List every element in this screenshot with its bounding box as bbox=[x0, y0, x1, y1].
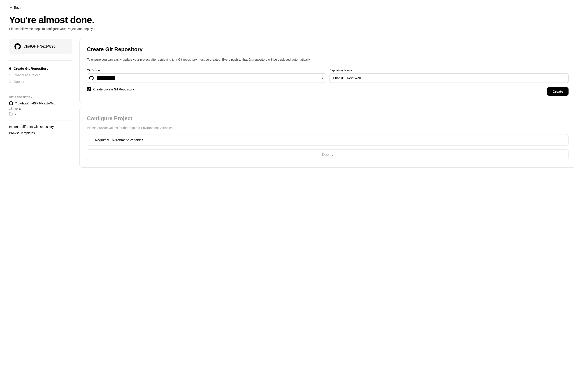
private-repo-label: Create private Git Repository bbox=[93, 88, 134, 91]
env-vars-label: Required Environment Variables bbox=[95, 138, 144, 142]
main-layout: ChatGPT-Next-Web Create Git Repository C… bbox=[9, 39, 576, 167]
step-dot-inactive-1 bbox=[9, 74, 11, 76]
env-vars-chevron-icon: › bbox=[92, 138, 93, 142]
folder-icon bbox=[9, 112, 13, 116]
steps-list: Create Git Repository Configure Project … bbox=[9, 65, 72, 85]
repo-card: ChatGPT-Next-Web bbox=[9, 39, 72, 54]
branch-icon bbox=[9, 107, 13, 111]
git-repo-item: Yidadaa/ChatGPT-Next-Web bbox=[9, 101, 72, 105]
sidebar: ChatGPT-Next-Web Create Git Repository C… bbox=[9, 39, 72, 138]
private-repo-checkbox[interactable] bbox=[87, 87, 91, 91]
git-branch-item: main bbox=[9, 107, 72, 111]
back-link[interactable]: ← Back bbox=[9, 6, 21, 10]
create-git-repo-card: Create Git Repository To ensure you can … bbox=[80, 39, 576, 103]
step-item-configure-project: Configure Project bbox=[9, 72, 72, 78]
steps-divider bbox=[9, 60, 72, 61]
import-git-repo-link[interactable]: Import a different Git Repository → bbox=[9, 125, 72, 128]
git-scope-form-group: Git Scope ████████ ▾ bbox=[87, 68, 326, 83]
git-scope-select[interactable]: ████████ bbox=[87, 73, 326, 83]
browse-templates-link[interactable]: Browse Templates → bbox=[9, 131, 72, 135]
step-dot-inactive-2 bbox=[9, 80, 11, 83]
git-branch-name: main bbox=[15, 107, 21, 111]
step-label-deploy: Deploy bbox=[14, 80, 24, 84]
content-area: Create Git Repository To ensure you can … bbox=[80, 39, 576, 167]
repo-name-input[interactable] bbox=[329, 73, 568, 83]
github-small-icon bbox=[9, 101, 13, 105]
sidebar-links-divider bbox=[9, 120, 72, 120]
git-repo-name: Yidadaa/ChatGPT-Next-Web bbox=[15, 102, 55, 105]
back-label: Back bbox=[14, 6, 21, 9]
create-git-repo-title: Create Git Repository bbox=[87, 46, 568, 52]
git-scope-label: Git Scope bbox=[87, 68, 326, 72]
git-repo-section-label: GIT REPOSITORY bbox=[9, 96, 72, 98]
env-vars-section[interactable]: › Required Environment Variables bbox=[87, 134, 568, 146]
github-icon bbox=[15, 43, 21, 50]
repo-name-form-group: Repository Name bbox=[329, 68, 568, 83]
page-title: You're almost done. bbox=[9, 15, 576, 25]
git-scope-select-wrapper: ████████ ▾ bbox=[87, 73, 326, 83]
configure-project-description: Please provide values for the required E… bbox=[87, 126, 568, 130]
git-path-item: ./ bbox=[9, 112, 72, 116]
git-repo-divider bbox=[9, 91, 72, 91]
repo-card-name: ChatGPT-Next-Web bbox=[24, 44, 56, 48]
step-dot-active bbox=[9, 68, 11, 70]
step-label: Create Git Repository bbox=[14, 66, 48, 70]
git-repo-section: GIT REPOSITORY Yidadaa/ChatGPT-Next-Web … bbox=[9, 96, 72, 116]
repo-name-label: Repository Name bbox=[329, 68, 568, 72]
create-git-repo-description: To ensure you can easily update your pro… bbox=[87, 57, 568, 62]
create-button[interactable]: Create bbox=[547, 87, 568, 96]
configure-project-card: Configure Project Please provide values … bbox=[80, 108, 576, 168]
deploy-button[interactable]: Deploy bbox=[87, 149, 568, 160]
step-label-configure: Configure Project bbox=[14, 73, 40, 77]
form-and-button-row: Git Scope ████████ ▾ bbox=[87, 68, 568, 83]
private-repo-checkbox-row: Create private Git Repository bbox=[87, 87, 134, 91]
git-path: ./ bbox=[15, 112, 16, 116]
back-arrow-icon: ← bbox=[9, 6, 13, 10]
step-item-deploy: Deploy bbox=[9, 78, 72, 85]
step-item-create-git-repo: Create Git Repository bbox=[9, 65, 72, 72]
configure-project-title: Configure Project bbox=[87, 115, 568, 122]
page-subtitle: Please follow the steps to configure you… bbox=[9, 27, 576, 31]
form-row: Git Scope ████████ ▾ bbox=[87, 68, 568, 83]
